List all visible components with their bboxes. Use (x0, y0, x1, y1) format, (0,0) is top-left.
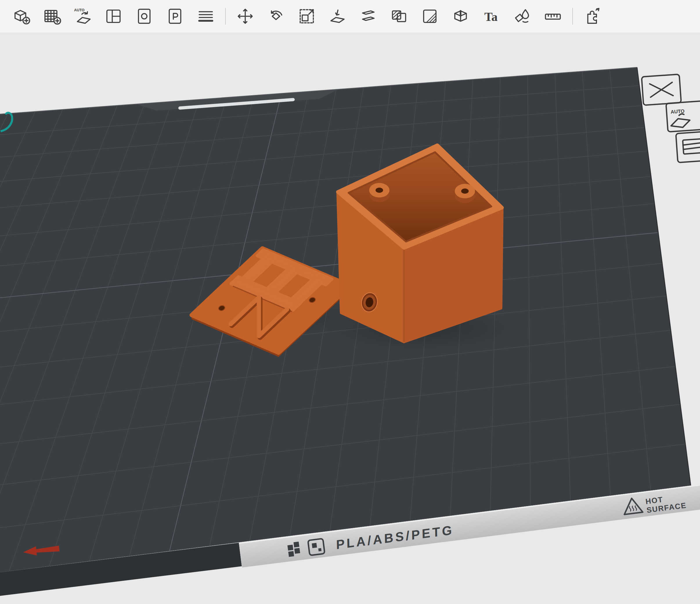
layers-icon (196, 6, 216, 26)
toolbar-move-button[interactable] (234, 5, 256, 28)
toolbar-separator (572, 8, 573, 25)
auto-orient-icon: AUTO (670, 108, 690, 128)
text-icon (481, 6, 501, 26)
toolbar (0, 0, 700, 33)
auto-orient-icon (73, 6, 93, 26)
screw-boss (455, 184, 475, 203)
toolbar-assembly-view-button[interactable] (581, 5, 604, 28)
plate-plus-icon (42, 6, 62, 26)
toolbar-color-painting-button[interactable] (511, 5, 533, 28)
scale-icon (297, 6, 317, 26)
move-arrows-icon (235, 6, 255, 26)
x-icon (650, 82, 673, 97)
toolbar-cut-button[interactable] (357, 5, 380, 28)
toolbar-variable-layer-height-button[interactable] (195, 5, 217, 28)
toolbar-text-tool-button[interactable] (480, 5, 503, 28)
cube-plus-icon (11, 6, 31, 26)
toolbar-split-to-parts-button[interactable] (164, 5, 186, 28)
toolbar-scale-button[interactable] (296, 5, 318, 28)
toolbar-auto-orient-button[interactable] (71, 5, 94, 28)
support-paint-icon (420, 6, 440, 26)
toolbar-rotate-button[interactable] (265, 5, 287, 28)
plate-settings-button[interactable] (676, 131, 700, 163)
toolbar-place-on-face-button[interactable] (326, 5, 349, 28)
plate-controls: AUTO (642, 74, 700, 163)
toolbar-add-object-button[interactable] (10, 5, 32, 28)
delete-plate-button[interactable] (642, 74, 681, 105)
mesh-boolean-icon (389, 6, 409, 26)
measure-icon (543, 6, 563, 26)
rotate-icon (266, 6, 286, 26)
toolbar-separator (225, 8, 226, 25)
assembly-icon (582, 6, 602, 26)
toolbar-arrange-button[interactable] (102, 5, 125, 28)
paint-icon (512, 6, 532, 26)
place-on-face-icon (328, 6, 347, 26)
auto-orient-plate-button[interactable]: AUTO (666, 101, 700, 132)
plate-settings-icon (682, 139, 700, 154)
toolbar-split-to-objects-button[interactable] (133, 5, 155, 28)
toolbar-seam-painting-button[interactable] (449, 5, 472, 28)
arrange-icon (104, 6, 123, 26)
split-objects-icon (134, 6, 154, 26)
build-plate-scene: PLA/ABS/PETG HOT SURFACE AUTO (0, 0, 700, 604)
screw-boss (369, 183, 390, 202)
toolbar-add-plate-button[interactable] (41, 5, 63, 28)
toolbar-mesh-boolean-button[interactable] (388, 5, 410, 28)
toolbar-support-painting-button[interactable] (419, 5, 441, 28)
seam-icon (451, 6, 471, 26)
split-parts-icon (165, 6, 185, 26)
toolbar-measure-button[interactable] (542, 5, 564, 28)
cut-icon (358, 6, 378, 26)
viewport-3d[interactable]: PLA/ABS/PETG HOT SURFACE AUTO (0, 0, 700, 604)
